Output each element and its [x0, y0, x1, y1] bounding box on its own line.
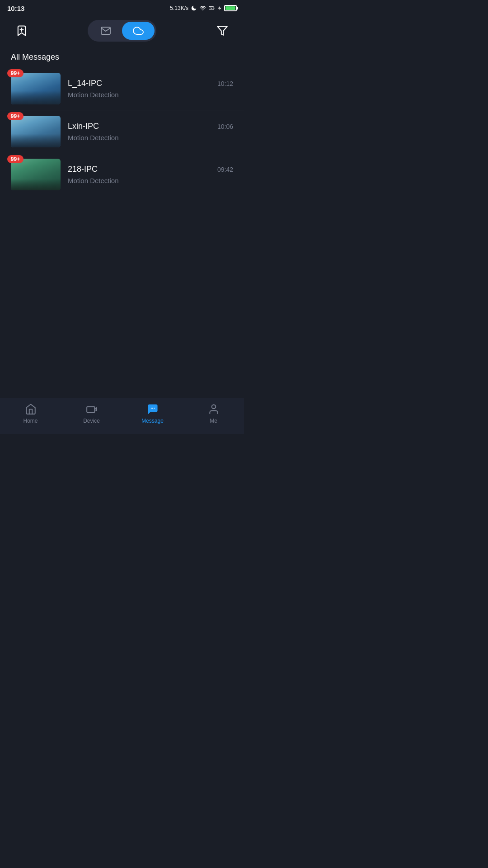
- badge-1: 99+: [7, 69, 23, 77]
- charging-icon: [217, 5, 222, 11]
- badge-3: 99+: [7, 155, 23, 163]
- nav-item-device[interactable]: Device: [61, 403, 122, 424]
- status-icons: 5.13K/s: [170, 5, 237, 11]
- message-item[interactable]: 99+ L_14-IPC 10:12 Motion Detection: [0, 67, 244, 110]
- thumbnail-wrapper-1: 99+: [11, 73, 61, 104]
- thumbnail-2: [11, 116, 61, 147]
- me-icon: [207, 403, 220, 415]
- network-speed: 5.13K/s: [170, 5, 188, 11]
- message-list: 99+ L_14-IPC 10:12 Motion Detection 99+ …: [0, 67, 244, 196]
- message-type-2: Motion Detection: [68, 134, 233, 142]
- device-name-1: L_14-IPC: [68, 79, 102, 88]
- message-row-3: 218-IPC 09:42: [68, 165, 233, 174]
- toolbar: [0, 16, 244, 45]
- message-time-1: 10:12: [217, 80, 233, 87]
- nav-label-me: Me: [210, 418, 217, 424]
- device-name-2: Lxin-IPC: [68, 122, 99, 131]
- bottom-nav: Home Device Message Me: [0, 398, 244, 434]
- thumbnail-wrapper-2: 99+: [11, 116, 61, 147]
- status-time: 10:13: [7, 5, 24, 12]
- add-bookmark-button[interactable]: [11, 24, 33, 37]
- section-title: All Messages: [0, 45, 244, 67]
- message-row-2: Lxin-IPC 10:06: [68, 122, 233, 131]
- thumbnail-3: [11, 159, 61, 190]
- message-icon: [146, 403, 159, 415]
- filter-icon: [216, 25, 228, 37]
- battery-level-icon: [224, 5, 237, 11]
- nav-item-me[interactable]: Me: [183, 403, 244, 424]
- message-item[interactable]: 99+ Lxin-IPC 10:06 Motion Detection: [0, 110, 244, 153]
- cloud-icon: [132, 25, 144, 36]
- nav-item-message[interactable]: Message: [122, 403, 183, 424]
- message-type-1: Motion Detection: [68, 91, 233, 99]
- svg-marker-5: [218, 6, 221, 10]
- nav-label-message: Message: [141, 418, 164, 424]
- thumbnail-wrapper-3: 99+: [11, 159, 61, 190]
- message-type-3: Motion Detection: [68, 177, 233, 184]
- message-content-2: Lxin-IPC 10:06 Motion Detection: [68, 122, 233, 142]
- message-content-3: 218-IPC 09:42 Motion Detection: [68, 165, 233, 184]
- svg-rect-9: [87, 407, 94, 413]
- message-item[interactable]: 99+ 218-IPC 09:42 Motion Detection: [0, 153, 244, 196]
- nav-label-device: Device: [83, 418, 100, 424]
- thumbnail-1: [11, 73, 61, 104]
- mail-icon: [100, 25, 111, 36]
- wifi-icon: [199, 5, 206, 11]
- nav-item-home[interactable]: Home: [0, 403, 61, 424]
- svg-point-11: [152, 408, 153, 409]
- device-icon: [85, 403, 98, 415]
- home-icon: [24, 403, 37, 415]
- message-time-3: 09:42: [217, 166, 233, 173]
- badge-2: 99+: [7, 112, 23, 120]
- svg-marker-8: [217, 26, 227, 35]
- message-content-1: L_14-IPC 10:12 Motion Detection: [68, 79, 233, 99]
- svg-point-10: [150, 408, 151, 409]
- message-time-2: 10:06: [217, 123, 233, 130]
- add-bookmark-icon: [15, 24, 28, 37]
- filter-button[interactable]: [211, 25, 233, 37]
- message-row-1: L_14-IPC 10:12: [68, 79, 233, 88]
- status-bar: 10:13 5.13K/s: [0, 0, 244, 16]
- moon-icon: [191, 5, 197, 11]
- battery-x-icon: [209, 5, 215, 11]
- content-area: All Messages 99+ L_14-IPC 10:12 Motion D…: [0, 45, 244, 398]
- svg-point-13: [211, 405, 216, 409]
- nav-label-home: Home: [23, 418, 38, 424]
- mail-tab[interactable]: [89, 22, 122, 40]
- cloud-tab[interactable]: [122, 22, 155, 40]
- device-name-3: 218-IPC: [68, 165, 98, 174]
- toggle-tabs: [88, 20, 156, 42]
- svg-point-12: [154, 408, 155, 409]
- svg-point-0: [202, 10, 203, 10]
